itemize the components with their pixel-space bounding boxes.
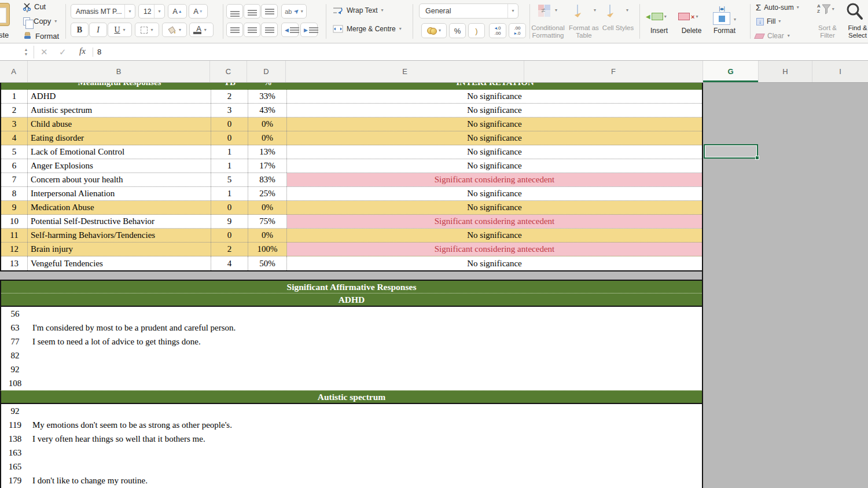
item-number-cell[interactable]: 92	[1, 362, 29, 376]
font-name-select[interactable]: Amasis MT P... ▾	[71, 4, 135, 19]
pct-cell[interactable]: 50%	[248, 256, 287, 270]
column-header-b[interactable]: B	[28, 61, 210, 82]
tb-cell[interactable]: 1	[211, 159, 248, 173]
section-main-title-row[interactable]: Significant Affirmative Responses	[1, 281, 702, 293]
text-orientation-button[interactable]: ab ➤ ▾	[281, 4, 307, 19]
pct-cell[interactable]: 0%	[248, 229, 287, 242]
bold-button[interactable]: B	[71, 23, 89, 37]
category-cell[interactable]: Interpersonal Alienation	[28, 187, 211, 200]
align-right-button[interactable]	[261, 23, 278, 37]
tb-cell[interactable]: 2	[211, 243, 248, 256]
category-cell[interactable]: Vengeful Tendencies	[28, 256, 211, 270]
fill-button[interactable]: ↓ Fill ▾	[756, 17, 781, 25]
font-size-select[interactable]: 12 ▾	[138, 4, 165, 19]
interpretation-cell[interactable]: No significance	[287, 131, 702, 145]
category-cell[interactable]: Self-harming Behaviors/Tendencies	[28, 229, 211, 242]
interpretation-cell[interactable]: No significance	[287, 229, 702, 242]
column-header-g[interactable]: G	[703, 61, 759, 82]
column-header-d[interactable]: D	[247, 61, 286, 82]
item-number-cell[interactable]: 163	[1, 446, 29, 460]
decrease-decimal-button[interactable]: .00 ▸.0	[509, 23, 526, 38]
interpretation-cell[interactable]: No significance	[287, 187, 702, 200]
align-left-button[interactable]	[226, 23, 243, 37]
category-cell[interactable]: Eating disorder	[28, 131, 211, 145]
borders-button[interactable]: ▾	[135, 23, 159, 37]
align-middle-button[interactable]	[244, 4, 260, 19]
enter-icon[interactable]: ✓	[59, 47, 67, 57]
column-header-i[interactable]: I	[812, 61, 868, 82]
category-cell[interactable]: ADHD	[28, 90, 211, 103]
item-number-cell[interactable]: 82	[1, 348, 29, 362]
item-number-cell[interactable]: 179	[1, 474, 29, 487]
index-cell[interactable]: 7	[1, 173, 28, 186]
item-number-cell[interactable]: 77	[1, 335, 29, 348]
italic-button[interactable]: I	[89, 23, 107, 37]
cut-button[interactable]: Cut	[23, 2, 46, 11]
index-cell[interactable]: 8	[1, 187, 28, 200]
decrease-indent-button[interactable]: ◀	[281, 23, 299, 37]
copy-button[interactable]: Copy ▾	[23, 17, 57, 25]
pct-cell[interactable]: 75%	[248, 215, 287, 228]
pct-cell[interactable]: 13%	[248, 145, 287, 159]
table-header-row-cropped[interactable]: Meaningful Responses TB % INTERPRETATION	[1, 83, 702, 90]
insert-function-icon[interactable]: fx	[79, 46, 86, 56]
font-color-button[interactable]: A ▾	[189, 23, 214, 37]
tb-cell[interactable]: 5	[211, 173, 248, 186]
index-cell[interactable]: 13	[1, 256, 28, 270]
cancel-icon[interactable]: ✕	[41, 47, 48, 57]
item-text-cell[interactable]	[29, 348, 702, 362]
tb-cell[interactable]: 0	[211, 131, 248, 145]
column-header-h[interactable]: H	[759, 61, 812, 82]
formula-input[interactable]: 8	[97, 47, 101, 56]
item-text-cell[interactable]	[29, 460, 702, 474]
item-text-cell[interactable]	[29, 362, 702, 376]
grow-font-button[interactable]: A ▲	[168, 4, 187, 19]
merge-centre-button[interactable]: Merge & Centre ▾	[333, 25, 402, 33]
index-cell[interactable]: 10	[1, 215, 28, 228]
item-text-cell[interactable]	[29, 404, 702, 418]
column-header-f[interactable]: F	[524, 61, 703, 82]
find-select-button[interactable]	[846, 2, 863, 23]
category-cell[interactable]: Child abuse	[28, 118, 211, 131]
comma-style-button[interactable]: )	[468, 23, 485, 38]
category-cell[interactable]: Concern about your health	[28, 173, 211, 186]
autosum-button[interactable]: Σ Auto-sum ▾	[756, 2, 799, 12]
index-cell[interactable]: 1	[1, 90, 28, 103]
item-number-cell[interactable]: 56	[1, 307, 29, 321]
pct-cell[interactable]: 25%	[248, 187, 287, 200]
sort-filter-button[interactable]: AZ ▾	[817, 3, 834, 15]
item-text-cell[interactable]	[29, 376, 702, 390]
tb-cell[interactable]: 2	[211, 90, 248, 103]
delete-cells-button[interactable]: × ▾	[678, 13, 698, 20]
insert-cells-button[interactable]: ◀ ▾	[646, 13, 667, 20]
align-top-button[interactable]	[226, 4, 243, 19]
tb-cell[interactable]: 0	[211, 201, 248, 214]
outside-print-area[interactable]	[703, 83, 868, 488]
increase-decimal-button[interactable]: ◂.0 .00	[489, 23, 506, 38]
item-text-cell[interactable]: I seem to need a lot of advice to get th…	[29, 335, 702, 348]
item-number-cell[interactable]: 63	[1, 321, 29, 335]
format-cells-button[interactable]: |◂▸|	[712, 6, 731, 25]
pct-cell[interactable]: 43%	[248, 104, 287, 117]
align-bottom-button[interactable]	[261, 4, 278, 19]
item-text-cell[interactable]	[29, 446, 702, 460]
column-header-e[interactable]: E	[286, 61, 524, 82]
column-header-c[interactable]: C	[210, 61, 247, 82]
increase-indent-button[interactable]: ▶	[300, 23, 318, 37]
interpretation-cell[interactable]: Significant considering antecedent	[287, 215, 702, 228]
item-text-cell[interactable]: I very often hear things so well that it…	[29, 432, 702, 446]
index-cell[interactable]: 2	[1, 104, 28, 117]
interpretation-cell[interactable]: No significance	[287, 104, 702, 117]
pct-cell[interactable]: 83%	[248, 173, 287, 186]
tb-cell[interactable]: 4	[211, 256, 248, 270]
wrap-text-button[interactable]: Wrap Text ▾	[333, 6, 384, 14]
paste-button[interactable]	[0, 3, 10, 26]
item-number-cell[interactable]: 138	[1, 432, 29, 446]
pct-cell[interactable]: 33%	[248, 90, 287, 103]
interpretation-cell[interactable]: No significance	[287, 201, 702, 214]
item-text-cell[interactable]: I don't like to change my routine.	[29, 474, 702, 487]
tb-cell[interactable]: 1	[211, 187, 248, 200]
index-cell[interactable]: 6	[1, 159, 28, 173]
index-cell[interactable]: 5	[1, 145, 28, 159]
name-box[interactable]	[0, 43, 21, 60]
